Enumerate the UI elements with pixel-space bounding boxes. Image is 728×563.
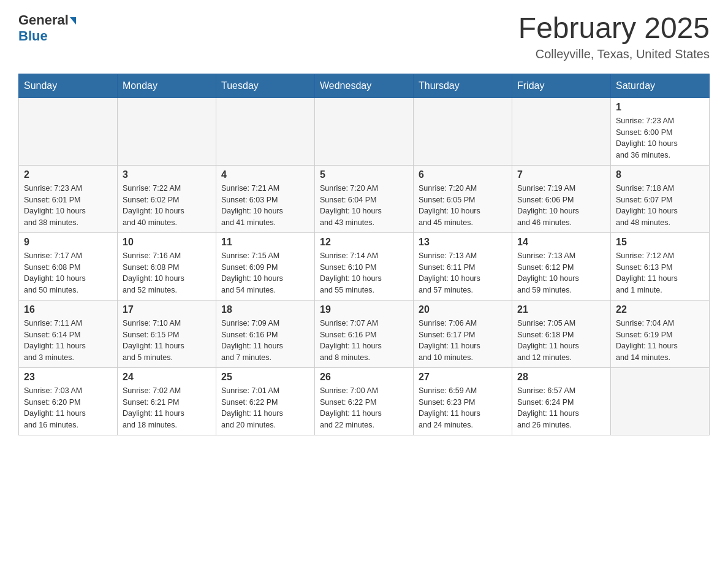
calendar-cell xyxy=(414,98,512,165)
logo: General Blue xyxy=(18,12,76,44)
calendar-cell: 19Sunrise: 7:07 AM Sunset: 6:16 PM Dayli… xyxy=(315,300,414,367)
day-number: 21 xyxy=(517,304,605,315)
day-info: Sunrise: 6:59 AM Sunset: 6:23 PM Dayligh… xyxy=(419,385,507,431)
calendar-cell: 9Sunrise: 7:17 AM Sunset: 6:08 PM Daylig… xyxy=(19,232,118,300)
calendar-cell: 2Sunrise: 7:23 AM Sunset: 6:01 PM Daylig… xyxy=(19,165,118,232)
day-number: 1 xyxy=(616,102,704,113)
calendar-title: February 2025 xyxy=(518,12,710,45)
day-number: 9 xyxy=(24,237,112,248)
day-number: 18 xyxy=(221,304,309,315)
weekday-header-row: SundayMondayTuesdayWednesdayThursdayFrid… xyxy=(19,74,710,98)
calendar-cell: 23Sunrise: 7:03 AM Sunset: 6:20 PM Dayli… xyxy=(19,367,118,435)
logo-general-text: General xyxy=(18,12,69,28)
day-number: 19 xyxy=(320,304,408,315)
day-info: Sunrise: 7:09 AM Sunset: 6:16 PM Dayligh… xyxy=(221,318,309,364)
day-info: Sunrise: 7:16 AM Sunset: 6:08 PM Dayligh… xyxy=(123,250,211,296)
day-number: 4 xyxy=(221,169,309,180)
day-info: Sunrise: 7:21 AM Sunset: 6:03 PM Dayligh… xyxy=(221,183,309,229)
calendar-cell: 10Sunrise: 7:16 AM Sunset: 6:08 PM Dayli… xyxy=(118,232,216,300)
calendar-cell: 6Sunrise: 7:20 AM Sunset: 6:05 PM Daylig… xyxy=(414,165,512,232)
calendar-cell: 8Sunrise: 7:18 AM Sunset: 6:07 PM Daylig… xyxy=(611,165,710,232)
day-number: 6 xyxy=(419,169,507,180)
day-info: Sunrise: 7:07 AM Sunset: 6:16 PM Dayligh… xyxy=(320,318,408,364)
week-row-4: 16Sunrise: 7:11 AM Sunset: 6:14 PM Dayli… xyxy=(19,300,710,367)
calendar-cell: 4Sunrise: 7:21 AM Sunset: 6:03 PM Daylig… xyxy=(216,165,315,232)
day-number: 22 xyxy=(616,304,704,315)
day-info: Sunrise: 7:18 AM Sunset: 6:07 PM Dayligh… xyxy=(616,183,704,229)
day-info: Sunrise: 7:02 AM Sunset: 6:21 PM Dayligh… xyxy=(123,385,211,431)
calendar-cell: 5Sunrise: 7:20 AM Sunset: 6:04 PM Daylig… xyxy=(315,165,414,232)
calendar-cell xyxy=(512,98,611,165)
calendar-cell: 12Sunrise: 7:14 AM Sunset: 6:10 PM Dayli… xyxy=(315,232,414,300)
day-info: Sunrise: 7:04 AM Sunset: 6:19 PM Dayligh… xyxy=(616,318,704,364)
day-info: Sunrise: 7:05 AM Sunset: 6:18 PM Dayligh… xyxy=(517,318,605,364)
week-row-3: 9Sunrise: 7:17 AM Sunset: 6:08 PM Daylig… xyxy=(19,232,710,300)
logo-blue-text: Blue xyxy=(18,28,48,44)
week-row-2: 2Sunrise: 7:23 AM Sunset: 6:01 PM Daylig… xyxy=(19,165,710,232)
logo-arrow-icon xyxy=(70,17,76,25)
day-number: 2 xyxy=(24,169,112,180)
calendar-cell xyxy=(216,98,315,165)
calendar-cell: 18Sunrise: 7:09 AM Sunset: 6:16 PM Dayli… xyxy=(216,300,315,367)
day-number: 25 xyxy=(221,372,309,383)
weekday-header-monday: Monday xyxy=(118,74,216,98)
day-info: Sunrise: 7:13 AM Sunset: 6:12 PM Dayligh… xyxy=(517,250,605,296)
day-info: Sunrise: 7:01 AM Sunset: 6:22 PM Dayligh… xyxy=(221,385,309,431)
title-section: February 2025 Colleyville, Texas, United… xyxy=(518,12,710,61)
day-info: Sunrise: 7:03 AM Sunset: 6:20 PM Dayligh… xyxy=(24,385,112,431)
weekday-header-wednesday: Wednesday xyxy=(315,74,414,98)
day-number: 11 xyxy=(221,237,309,248)
calendar-cell: 13Sunrise: 7:13 AM Sunset: 6:11 PM Dayli… xyxy=(414,232,512,300)
weekday-header-friday: Friday xyxy=(512,74,611,98)
calendar-cell xyxy=(118,98,216,165)
calendar-cell: 3Sunrise: 7:22 AM Sunset: 6:02 PM Daylig… xyxy=(118,165,216,232)
day-info: Sunrise: 7:15 AM Sunset: 6:09 PM Dayligh… xyxy=(221,250,309,296)
day-info: Sunrise: 7:23 AM Sunset: 6:00 PM Dayligh… xyxy=(616,115,704,161)
day-number: 12 xyxy=(320,237,408,248)
week-row-1: 1Sunrise: 7:23 AM Sunset: 6:00 PM Daylig… xyxy=(19,98,710,165)
weekday-header-saturday: Saturday xyxy=(611,74,710,98)
calendar-subtitle: Colleyville, Texas, United States xyxy=(518,47,710,61)
day-number: 23 xyxy=(24,372,112,383)
weekday-header-sunday: Sunday xyxy=(19,74,118,98)
calendar-cell: 7Sunrise: 7:19 AM Sunset: 6:06 PM Daylig… xyxy=(512,165,611,232)
day-number: 28 xyxy=(517,372,605,383)
calendar-cell: 21Sunrise: 7:05 AM Sunset: 6:18 PM Dayli… xyxy=(512,300,611,367)
calendar-cell xyxy=(19,98,118,165)
calendar-cell xyxy=(611,367,710,435)
day-info: Sunrise: 7:17 AM Sunset: 6:08 PM Dayligh… xyxy=(24,250,112,296)
day-number: 8 xyxy=(616,169,704,180)
calendar-cell: 26Sunrise: 7:00 AM Sunset: 6:22 PM Dayli… xyxy=(315,367,414,435)
calendar-cell xyxy=(315,98,414,165)
day-number: 16 xyxy=(24,304,112,315)
day-info: Sunrise: 7:12 AM Sunset: 6:13 PM Dayligh… xyxy=(616,250,704,296)
weekday-header-thursday: Thursday xyxy=(414,74,512,98)
calendar-cell: 27Sunrise: 6:59 AM Sunset: 6:23 PM Dayli… xyxy=(414,367,512,435)
page-header: General Blue February 2025 Colleyville, … xyxy=(18,12,710,61)
day-number: 5 xyxy=(320,169,408,180)
day-number: 17 xyxy=(123,304,211,315)
day-number: 3 xyxy=(123,169,211,180)
day-info: Sunrise: 7:10 AM Sunset: 6:15 PM Dayligh… xyxy=(123,318,211,364)
calendar-cell: 14Sunrise: 7:13 AM Sunset: 6:12 PM Dayli… xyxy=(512,232,611,300)
day-number: 27 xyxy=(419,372,507,383)
calendar-cell: 24Sunrise: 7:02 AM Sunset: 6:21 PM Dayli… xyxy=(118,367,216,435)
day-info: Sunrise: 7:19 AM Sunset: 6:06 PM Dayligh… xyxy=(517,183,605,229)
day-info: Sunrise: 7:20 AM Sunset: 6:05 PM Dayligh… xyxy=(419,183,507,229)
calendar-cell: 22Sunrise: 7:04 AM Sunset: 6:19 PM Dayli… xyxy=(611,300,710,367)
day-info: Sunrise: 7:14 AM Sunset: 6:10 PM Dayligh… xyxy=(320,250,408,296)
day-number: 13 xyxy=(419,237,507,248)
calendar-cell: 17Sunrise: 7:10 AM Sunset: 6:15 PM Dayli… xyxy=(118,300,216,367)
day-info: Sunrise: 7:13 AM Sunset: 6:11 PM Dayligh… xyxy=(419,250,507,296)
day-number: 10 xyxy=(123,237,211,248)
day-number: 7 xyxy=(517,169,605,180)
calendar-cell: 28Sunrise: 6:57 AM Sunset: 6:24 PM Dayli… xyxy=(512,367,611,435)
calendar-cell: 15Sunrise: 7:12 AM Sunset: 6:13 PM Dayli… xyxy=(611,232,710,300)
weekday-header-tuesday: Tuesday xyxy=(216,74,315,98)
calendar-table: SundayMondayTuesdayWednesdayThursdayFrid… xyxy=(18,74,710,435)
day-info: Sunrise: 7:22 AM Sunset: 6:02 PM Dayligh… xyxy=(123,183,211,229)
calendar-cell: 25Sunrise: 7:01 AM Sunset: 6:22 PM Dayli… xyxy=(216,367,315,435)
day-info: Sunrise: 7:00 AM Sunset: 6:22 PM Dayligh… xyxy=(320,385,408,431)
calendar-cell: 16Sunrise: 7:11 AM Sunset: 6:14 PM Dayli… xyxy=(19,300,118,367)
calendar-cell: 11Sunrise: 7:15 AM Sunset: 6:09 PM Dayli… xyxy=(216,232,315,300)
